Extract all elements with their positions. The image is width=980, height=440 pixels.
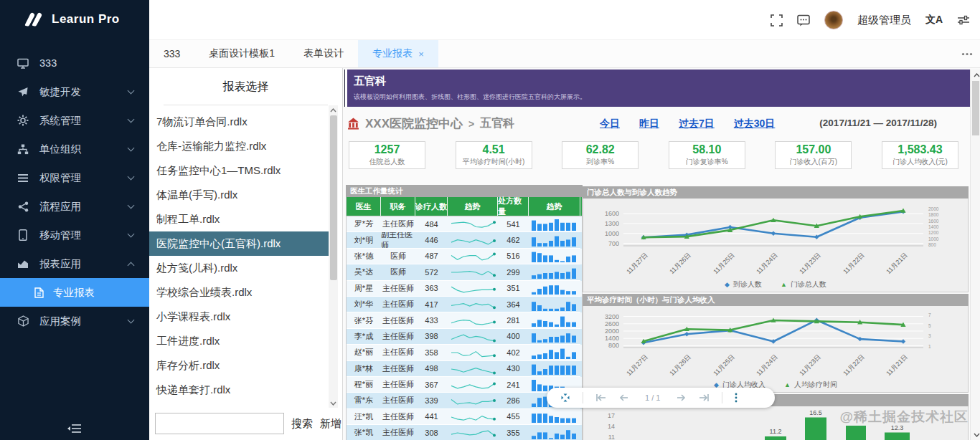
report-item[interactable]: 快递单套打.rdlx xyxy=(149,378,329,402)
table-cell: 516 xyxy=(498,249,529,264)
table-cell: 398 xyxy=(415,329,448,345)
trend-sparkline xyxy=(448,393,498,408)
report-item[interactable]: 小学课程表.rdlx xyxy=(149,305,329,329)
report-item[interactable]: 库存分析.rdlx xyxy=(149,353,329,378)
fullscreen-icon[interactable] xyxy=(771,14,783,27)
date-link-昨日[interactable]: 昨日 xyxy=(639,118,659,130)
sidebar-collapse-button[interactable] xyxy=(0,423,149,434)
sidebar-subitem-pro-report[interactable]: 专业报表 xyxy=(0,278,149,307)
y-axis-tick: 2000 xyxy=(588,327,619,335)
scrollbar-thumb[interactable] xyxy=(972,81,979,135)
last-page-icon[interactable] xyxy=(692,393,716,402)
sidebar-item-app-cases[interactable]: 应用案例 xyxy=(0,307,149,335)
report-item[interactable]: 处方笺(儿科).rdlx xyxy=(149,256,329,280)
logo-text: Learun Pro xyxy=(52,12,120,27)
prev-page-icon[interactable] xyxy=(613,393,635,402)
scroll-down-icon[interactable] xyxy=(329,398,338,408)
user-name[interactable]: 超级管理员 xyxy=(857,14,911,27)
report-item[interactable]: 工件进度.rdlx xyxy=(149,329,329,353)
table-cell: 副主任医师 xyxy=(381,232,415,248)
sidebar-item-label: 敏捷开发 xyxy=(39,85,81,99)
kpi-value: 157.00 xyxy=(776,143,851,156)
report-item[interactable]: 学校综合业绩表.rdlx xyxy=(149,280,329,305)
scrollbar-thumb[interactable] xyxy=(330,115,337,280)
chart-title: 平均诊疗时间（小时）与门诊人均收入 xyxy=(583,294,969,306)
tab-专业报表[interactable]: 专业报表× xyxy=(358,40,438,67)
sidebar-item-org-unit[interactable]: 单位组织 xyxy=(0,135,149,163)
sidebar-item-system-mgmt[interactable]: 系统管理 xyxy=(0,106,149,135)
report-item[interactable]: 任务监控中心1—TMS.rdlx xyxy=(149,158,329,183)
add-report-button[interactable]: 新增 xyxy=(320,417,341,431)
tab-表单设计[interactable]: 表单设计 xyxy=(289,40,358,67)
scroll-up-icon[interactable] xyxy=(329,105,338,115)
table-cell: 罗*芳 xyxy=(347,216,381,232)
date-link-过去7日[interactable]: 过去7日 xyxy=(679,118,715,130)
tabs-more-icon[interactable] xyxy=(961,40,973,68)
column-header: 诊疗人数 xyxy=(415,197,448,216)
date-filter-links: 今日昨日过去7日过去30日 xyxy=(600,118,775,130)
sidebar-item-333[interactable]: 333 xyxy=(0,49,149,77)
table-cell: 364 xyxy=(498,297,529,312)
chevron-down-icon xyxy=(128,231,135,238)
sidebar-item-report-app[interactable]: 报表应用 xyxy=(0,249,149,278)
report-item[interactable]: 体温单(手写).rdlx xyxy=(149,183,329,207)
scroll-up-icon[interactable] xyxy=(972,70,980,80)
language-icon[interactable]: 文A xyxy=(925,14,943,27)
sidebar-item-permission-mgmt[interactable]: 权限管理 xyxy=(0,163,149,192)
sidebar-item-workflow-app[interactable]: 流程应用 xyxy=(0,192,149,221)
search-button[interactable]: 搜索 xyxy=(291,417,313,431)
date-link-过去30日[interactable]: 过去30日 xyxy=(734,118,776,130)
tab-close-icon[interactable]: × xyxy=(418,49,424,59)
user-avatar[interactable] xyxy=(824,11,843,29)
trend-sparkline xyxy=(448,361,498,377)
chevron-down-icon xyxy=(128,173,135,181)
settings-sliders-icon[interactable] xyxy=(957,14,970,26)
table-cell: 医师 xyxy=(381,264,415,280)
date-link-今日[interactable]: 今日 xyxy=(600,118,620,130)
chevron-down-icon xyxy=(128,317,135,324)
report-search-input[interactable] xyxy=(155,413,284,434)
trend-sparkline xyxy=(448,329,498,345)
mobile-icon xyxy=(17,229,29,241)
report-item[interactable]: 仓库-运输能力监控.rdlx xyxy=(149,134,329,158)
message-icon[interactable] xyxy=(797,14,810,27)
trend-minibars xyxy=(529,249,580,264)
table-cell: 主任医师 xyxy=(381,393,415,408)
main-scrollbar[interactable] xyxy=(970,70,980,440)
report-item[interactable]: 7物流订单合同.rdlx xyxy=(149,110,329,134)
report-list: 7物流订单合同.rdlx仓库-运输能力监控.rdlx任务监控中心1—TMS.rd… xyxy=(149,110,342,402)
report-item[interactable]: 医院监控中心(五官科).rdlx xyxy=(149,231,329,256)
trend-sparkline xyxy=(448,345,498,360)
table-cell: 周*星 xyxy=(347,281,381,297)
tab-桌面设计模板1[interactable]: 桌面设计模板1 xyxy=(194,40,289,67)
date-range: (2017/11/21 — 2017/11/28) xyxy=(819,118,937,128)
pager-more-icon[interactable] xyxy=(728,393,744,403)
sidebar-item-agile-dev[interactable]: 敏捷开发 xyxy=(0,77,149,106)
report-list-scrollbar[interactable] xyxy=(329,105,338,408)
legend-item: ◆到诊人数 xyxy=(725,279,762,290)
scroll-down-icon[interactable] xyxy=(972,430,980,439)
pan-move-icon[interactable] xyxy=(554,393,577,403)
y-axis-tick: 2600 xyxy=(588,320,619,327)
chart-plot: 7001000130016002000180016001400120010008… xyxy=(583,199,969,292)
dashboard-title: XXX医院监控中心 xyxy=(365,115,463,132)
column-header: 医生 xyxy=(347,197,381,216)
report-item[interactable]: 制程工单.rdlx xyxy=(149,207,329,231)
trend-minibars xyxy=(529,232,580,248)
next-page-icon[interactable] xyxy=(670,393,692,402)
y2-axis-tick: 1200 xyxy=(928,230,938,235)
table-cell: 主任医师 xyxy=(381,312,415,328)
sidebar-item-mobile-mgmt[interactable]: 移动管理 xyxy=(0,221,149,249)
chevron-up-icon xyxy=(128,262,135,269)
banner-title: 五官科 xyxy=(354,75,970,88)
legend-marker-triangle: ▲ xyxy=(784,381,791,388)
tab-333[interactable]: 333 xyxy=(149,40,194,67)
column-header: 趋势 xyxy=(529,197,580,216)
table-body: 罗*芳主任医师484541刘*明副主任医师446462张*德医师487516吴*… xyxy=(346,216,583,440)
y2-axis-tick: 1000 xyxy=(928,236,938,241)
column-header: 职务 xyxy=(381,197,415,216)
sidebar-item-label: 报表应用 xyxy=(39,257,81,271)
kpi-value: 4.51 xyxy=(456,143,532,156)
first-page-icon[interactable] xyxy=(589,393,613,402)
kpi-value: 62.82 xyxy=(562,143,638,156)
